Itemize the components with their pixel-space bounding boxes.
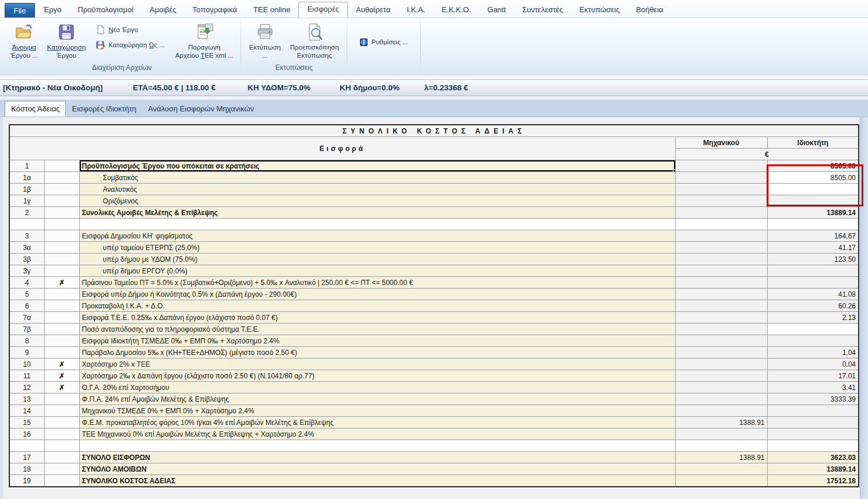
- excluded-mark-cell[interactable]: [44, 475, 79, 487]
- row-number-cell[interactable]: 1γ: [9, 195, 44, 207]
- owner-amount-cell[interactable]: 3333.39: [767, 393, 859, 405]
- engineer-amount-cell[interactable]: [675, 219, 767, 230]
- owner-amount-cell[interactable]: 3.41: [767, 382, 859, 393]
- ribbon-tab-ekko[interactable]: Ε.Κ.Κ.Ο.: [433, 3, 479, 17]
- owner-amount-cell[interactable]: [767, 195, 859, 207]
- engineer-amount-cell[interactable]: 1388.91: [675, 452, 767, 463]
- excluded-mark-cell[interactable]: [44, 230, 79, 242]
- contribution-description-cell[interactable]: Προϋπολογισμός Έργου που υπόκειται σε κρ…: [79, 160, 675, 172]
- row-number-cell[interactable]: [9, 219, 44, 230]
- engineer-amount-cell[interactable]: [675, 300, 767, 312]
- contribution-description-cell[interactable]: υπέρ δήμου ΕΡΓΟΥ (0.0%): [79, 265, 675, 277]
- excluded-mark-cell[interactable]: [44, 207, 79, 219]
- engineer-amount-cell[interactable]: [675, 277, 767, 289]
- save-project-button[interactable]: ΚαταχώρησηΈργου: [44, 20, 89, 64]
- contribution-description-cell[interactable]: Ο.Γ.Α. 20% επί Χαρτοσήμου: [79, 382, 675, 393]
- engineer-amount-cell[interactable]: [675, 382, 767, 393]
- row-number-cell[interactable]: 9: [9, 347, 44, 359]
- row-number-cell[interactable]: 7β: [9, 324, 44, 335]
- ribbon-tab-syntelestes[interactable]: Συντελεστές: [514, 3, 571, 17]
- ribbon-tab-tee-online[interactable]: ΤΕΕ online: [245, 3, 299, 17]
- row-number-cell[interactable]: 16: [9, 428, 44, 440]
- contribution-description-cell[interactable]: Χαρτόσημο 2% x ΤΕΕ: [79, 359, 675, 370]
- contribution-description-cell[interactable]: ΣΥΝΟΛΟ ΑΜΟΙΒΩΝ: [79, 463, 675, 475]
- owner-amount-cell[interactable]: 123.50: [767, 254, 859, 265]
- engineer-amount-cell[interactable]: [675, 265, 767, 277]
- row-number-cell[interactable]: 15: [9, 417, 44, 428]
- engineer-amount-cell[interactable]: [675, 370, 767, 382]
- excluded-mark-cell[interactable]: ✗: [44, 382, 79, 393]
- engineer-amount-cell[interactable]: [675, 463, 767, 475]
- excluded-mark-cell[interactable]: [44, 335, 79, 347]
- excluded-mark-cell[interactable]: [44, 172, 79, 184]
- owner-amount-cell[interactable]: [767, 440, 859, 452]
- owner-amount-cell[interactable]: 41.17: [767, 242, 859, 254]
- engineer-amount-cell[interactable]: [675, 184, 767, 195]
- row-number-cell[interactable]: [9, 440, 44, 452]
- ribbon-tab-authaireta[interactable]: Αυθαίρετα: [348, 3, 398, 17]
- owner-amount-cell[interactable]: 60.26: [767, 300, 859, 312]
- excluded-mark-cell[interactable]: [44, 405, 79, 417]
- excluded-mark-cell[interactable]: ✗: [44, 359, 79, 370]
- contribution-description-cell[interactable]: Φ.Ε.Μ. προκαταβλητέος φόρος 10% ή/και 4%…: [79, 417, 675, 428]
- owner-amount-cell[interactable]: 13889.14: [767, 463, 859, 475]
- engineer-amount-cell[interactable]: [675, 254, 767, 265]
- owner-amount-cell[interactable]: 13889.14: [767, 207, 859, 219]
- contribution-description-cell[interactable]: Φ.Π.Α. 24% επί Αμοιβών Μελέτης & Επίβλεψ…: [79, 393, 675, 405]
- contribution-description-cell[interactable]: Οριζόμενος: [79, 195, 675, 207]
- engineer-amount-cell[interactable]: [675, 393, 767, 405]
- row-number-cell[interactable]: 14: [9, 405, 44, 417]
- row-number-cell[interactable]: 6: [9, 300, 44, 312]
- engineer-amount-cell[interactable]: [675, 160, 767, 172]
- ribbon-tab-gantt[interactable]: Gantt: [479, 3, 514, 17]
- engineer-amount-cell[interactable]: [675, 324, 767, 335]
- excluded-mark-cell[interactable]: [44, 428, 79, 440]
- contribution-description-cell[interactable]: Παράβολο Δημοσίου 5‰ x (ΚΗ+ΤΕΕ+ΔΗΜΟΣ) (μ…: [79, 347, 675, 359]
- row-number-cell[interactable]: 8: [9, 335, 44, 347]
- engineer-amount-cell[interactable]: [675, 207, 767, 219]
- engineer-amount-cell[interactable]: 1388.91: [675, 417, 767, 428]
- contribution-description-cell[interactable]: Πράσινου Ταμείου ΠΤ = 5.0% x (Συμβατικό+…: [79, 277, 675, 289]
- contribution-description-cell[interactable]: Εισφορά Τ.Ε.Ε. 0.25‰ x Δαπάνη έργου (ελά…: [79, 312, 675, 324]
- engineer-amount-cell[interactable]: [675, 405, 767, 417]
- excluded-mark-cell[interactable]: [44, 265, 79, 277]
- owner-amount-cell[interactable]: [767, 219, 859, 230]
- ribbon-tab-ergo[interactable]: Έργο: [35, 3, 69, 17]
- ribbon-tab-eisfores[interactable]: Εισφορές: [298, 2, 348, 17]
- excluded-mark-cell[interactable]: [44, 393, 79, 405]
- excluded-mark-cell[interactable]: [44, 463, 79, 475]
- excluded-mark-cell[interactable]: ✗: [44, 370, 79, 382]
- owner-amount-cell[interactable]: [767, 417, 859, 428]
- excluded-mark-cell[interactable]: [44, 417, 79, 428]
- print-preview-button[interactable]: ΠροεπισκόπησηΕκτύπωσης: [287, 20, 343, 64]
- row-number-cell[interactable]: 2: [9, 207, 44, 219]
- row-number-cell[interactable]: 3α: [9, 242, 44, 254]
- contribution-description-cell[interactable]: υπέρ δήμου με ΥΔΟΜ (75.0%): [79, 254, 675, 265]
- owner-amount-cell[interactable]: [767, 265, 859, 277]
- row-number-cell[interactable]: 17: [9, 452, 44, 463]
- excluded-mark-cell[interactable]: [44, 219, 79, 230]
- owner-amount-cell[interactable]: 17.01: [767, 370, 859, 382]
- contribution-description-cell[interactable]: ΣΥΝΟΛΟ ΕΙΣΦΟΡΩΝ: [79, 452, 675, 463]
- owner-amount-cell[interactable]: [767, 335, 859, 347]
- new-project-button[interactable]: Νέο Έργο: [96, 25, 164, 34]
- owner-amount-cell[interactable]: [767, 184, 859, 195]
- row-number-cell[interactable]: 18: [9, 463, 44, 475]
- owner-amount-cell[interactable]: 1.04: [767, 347, 859, 359]
- owner-amount-cell[interactable]: 3623.03: [767, 452, 859, 463]
- engineer-amount-cell[interactable]: [675, 195, 767, 207]
- contribution-description-cell[interactable]: Χαρτόσημο 2‰ x Δαπάνη έργου (ελάχιστο πο…: [79, 370, 675, 382]
- contribution-description-cell[interactable]: Αναλυτικός: [79, 184, 675, 195]
- ribbon-tab-ika[interactable]: Ι.Κ.Α.: [398, 3, 433, 17]
- save-as-button[interactable]: Καταχώρηση Ως ...: [96, 40, 164, 50]
- owner-amount-cell[interactable]: [767, 428, 859, 440]
- contribution-description-cell[interactable]: ΤΕΕ Μηχανικού 0% επί Αμοιβών Μελέτης & Ε…: [79, 428, 675, 440]
- row-number-cell[interactable]: 5: [9, 289, 44, 300]
- excluded-mark-cell[interactable]: [44, 195, 79, 207]
- contribution-description-cell[interactable]: Συνολικές Αμοιβές Μελέτης & Επίβλεψης: [79, 207, 675, 219]
- contribution-description-cell[interactable]: [79, 219, 675, 230]
- row-number-cell[interactable]: 19: [9, 475, 44, 487]
- excluded-mark-cell[interactable]: [44, 160, 79, 172]
- engineer-amount-cell[interactable]: [675, 289, 767, 300]
- row-number-cell[interactable]: 13: [9, 393, 44, 405]
